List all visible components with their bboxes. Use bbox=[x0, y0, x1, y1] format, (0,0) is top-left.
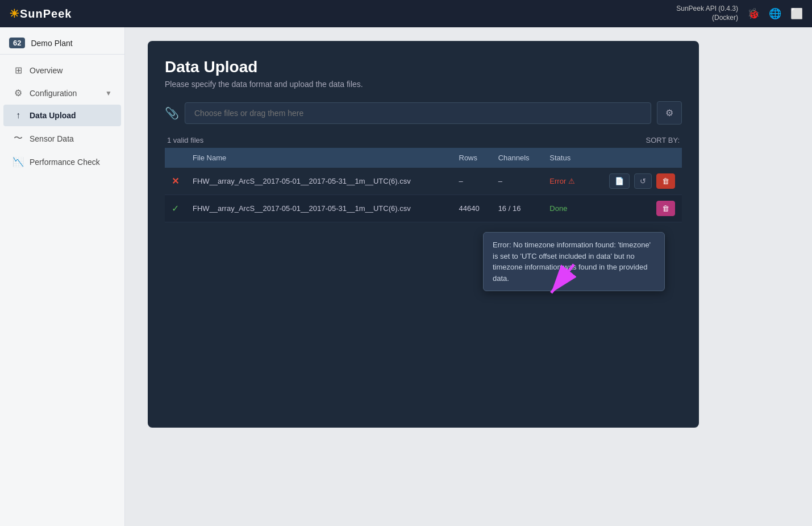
file-table: File Name Rows Channels Status ✕ FHW__ar… bbox=[165, 148, 682, 222]
sidebar-item-overview[interactable]: ⊞ Overview bbox=[3, 59, 121, 81]
app-logo: ☀SunPeek bbox=[9, 7, 72, 20]
error-tooltip: Error: No timezone information found: 't… bbox=[483, 232, 665, 291]
bug-icon[interactable]: 🐞 bbox=[747, 7, 760, 20]
plant-badge: 62 bbox=[9, 38, 25, 48]
sort-by-label: SORT BY: bbox=[646, 136, 680, 144]
table-container: File Name Rows Channels Status ✕ FHW__ar… bbox=[165, 148, 682, 222]
configuration-icon: ⚙ bbox=[13, 88, 24, 98]
api-info: SunPeek API (0.4.3) (Docker) bbox=[676, 5, 738, 22]
plant-name: Demo Plant bbox=[31, 39, 72, 48]
col-filename: File Name bbox=[186, 148, 452, 168]
overview-icon: ⊞ bbox=[13, 65, 24, 76]
error-badge[interactable]: Error ⚠ bbox=[549, 177, 575, 185]
upload-settings-button[interactable]: ⚙ bbox=[657, 101, 682, 125]
row-filename: FHW__array_ArcS__2017-05-01__2017-05-31_… bbox=[186, 168, 452, 195]
sidebar-item-label: Data Upload bbox=[30, 111, 76, 120]
app-body: 62 Demo Plant ⊞ Overview ⚙ Configuration… bbox=[0, 27, 812, 526]
content-panel: Data Upload Please specify the data form… bbox=[148, 41, 699, 428]
sidebar-item-data-upload[interactable]: ↑ Data Upload bbox=[3, 105, 121, 126]
file-upload-input[interactable] bbox=[185, 102, 651, 124]
tooltip-text: Error: No timezone information found: 't… bbox=[493, 241, 651, 283]
col-rows: Rows bbox=[452, 148, 492, 168]
table-row: ✕ FHW__array_ArcS__2017-05-01__2017-05-3… bbox=[165, 168, 682, 195]
files-meta: 1 valid files SORT BY: bbox=[165, 136, 682, 148]
row-status-icon: ✕ bbox=[165, 168, 186, 195]
expand-icon[interactable]: ⬜ bbox=[790, 7, 803, 20]
col-channels: Channels bbox=[492, 148, 543, 168]
row-channels: – bbox=[492, 168, 543, 195]
error-label: Error bbox=[549, 177, 566, 185]
clip-icon: 📎 bbox=[165, 106, 179, 120]
topbar-right: SunPeek API (0.4.3) (Docker) 🐞 🌐 ⬜ bbox=[676, 5, 803, 22]
done-badge: Done bbox=[549, 204, 567, 213]
refresh-button[interactable]: ↺ bbox=[634, 173, 652, 189]
col-actions bbox=[588, 148, 682, 168]
table-row: ✓ FHW__array_ArcS__2017-05-01__2017-05-3… bbox=[165, 195, 682, 222]
page-title: Data Upload bbox=[165, 58, 682, 76]
row-filename: FHW__array_ArcS__2017-05-01__2017-05-31_… bbox=[186, 195, 452, 222]
topbar: ☀SunPeek SunPeek API (0.4.3) (Docker) 🐞 … bbox=[0, 0, 812, 27]
plant-header: 62 Demo Plant bbox=[0, 32, 124, 55]
delete-button[interactable]: 🗑 bbox=[656, 173, 675, 189]
doc-button[interactable]: 📄 bbox=[609, 173, 630, 189]
files-count: 1 valid files bbox=[167, 136, 203, 144]
row-channels: 16 / 16 bbox=[492, 195, 543, 222]
sidebar-item-sensor-data[interactable]: 〜 Sensor Data bbox=[3, 127, 121, 150]
row-actions: 📄 ↺ 🗑 bbox=[588, 168, 682, 195]
row-actions: 🗑 bbox=[588, 195, 682, 222]
upload-icon: ↑ bbox=[13, 110, 24, 121]
globe-icon[interactable]: 🌐 bbox=[769, 7, 781, 20]
table-header-row: File Name Rows Channels Status bbox=[165, 148, 682, 168]
col-status bbox=[165, 148, 186, 168]
row-rows: 44640 bbox=[452, 195, 492, 222]
pink-action-button[interactable]: 🗑 bbox=[656, 201, 675, 216]
sidebar-item-configuration[interactable]: ⚙ Configuration ▼ bbox=[3, 82, 121, 104]
error-info-icon[interactable]: ⚠ bbox=[568, 177, 575, 185]
chevron-down-icon: ▼ bbox=[105, 89, 112, 97]
main-content: Data Upload Please specify the data form… bbox=[125, 27, 812, 526]
action-buttons: 📄 ↺ 🗑 bbox=[594, 173, 675, 189]
sidebar-item-label: Overview bbox=[30, 66, 63, 75]
sensor-icon: 〜 bbox=[13, 132, 24, 144]
sidebar: 62 Demo Plant ⊞ Overview ⚙ Configuration… bbox=[0, 27, 125, 526]
page-subtitle: Please specify the data format and uploa… bbox=[165, 80, 682, 89]
sidebar-item-label: Configuration bbox=[30, 89, 77, 98]
row-status: Done bbox=[543, 195, 588, 222]
row-status-icon: ✓ bbox=[165, 195, 186, 222]
upload-row: 📎 ⚙ bbox=[165, 101, 682, 125]
sidebar-item-label: Performance Check bbox=[30, 158, 100, 167]
row-rows: – bbox=[452, 168, 492, 195]
sidebar-item-label: Sensor Data bbox=[30, 134, 74, 143]
col-status-label: Status bbox=[543, 148, 588, 168]
sidebar-item-performance-check[interactable]: 📉 Performance Check bbox=[3, 151, 121, 173]
performance-icon: 📉 bbox=[13, 156, 24, 167]
action-buttons: 🗑 bbox=[594, 201, 675, 216]
row-status: Error ⚠ bbox=[543, 168, 588, 195]
